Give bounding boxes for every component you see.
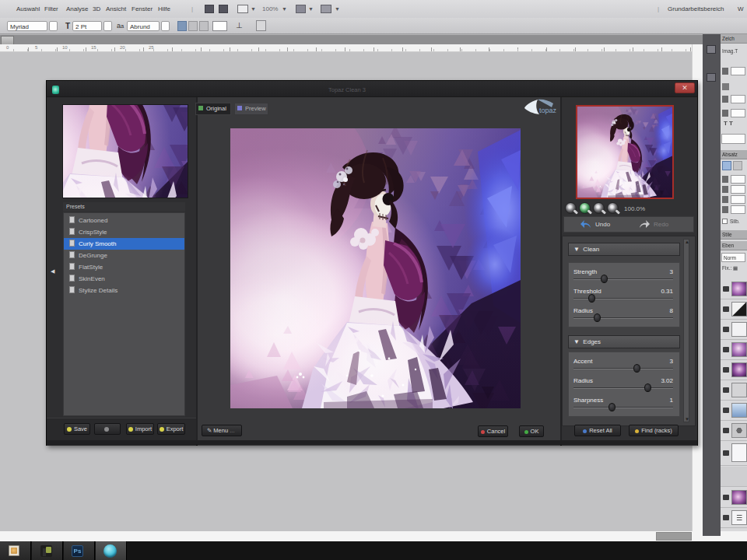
svg-text:topaz: topaz: [539, 107, 556, 114]
